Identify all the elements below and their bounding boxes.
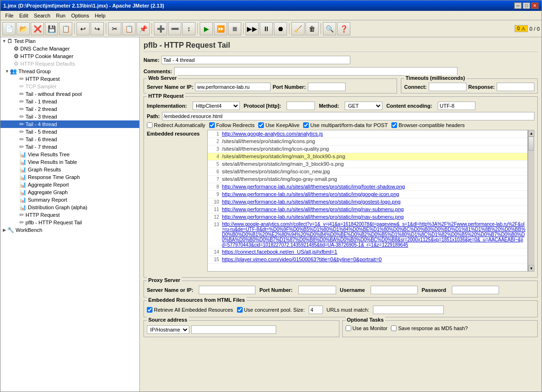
open-button[interactable]: 📂 (17, 22, 30, 35)
sidebar-item-tcp-sampler[interactable]: ✏ TCP Sampler (0, 83, 139, 90)
retrieve-embedded-checkbox[interactable] (147, 307, 152, 313)
encoding-input[interactable] (438, 102, 475, 110)
undo-button[interactable]: ↩ (76, 22, 90, 35)
copy-button[interactable]: 📋 (122, 22, 136, 35)
remote-stop-all-button[interactable]: ⏺ (274, 22, 287, 35)
redo-button[interactable]: ↪ (91, 22, 104, 35)
run-button[interactable]: ▶ (200, 22, 213, 35)
ip-hostname-select[interactable]: IP/Hostname (147, 325, 189, 334)
sidebar-item-graph-results[interactable]: 📊 Graph Results (0, 166, 139, 173)
remote-run-button[interactable]: ▶▶ (246, 22, 259, 35)
sidebar-item-distribution-graph[interactable]: 📊 Distribution Graph (alpha) (0, 204, 139, 211)
minimize-button[interactable]: ─ (514, 2, 522, 9)
sidebar-item-test-plan[interactable]: ▼ 🗒 Test Plan (0, 37, 139, 45)
sidebar-item-aggregate-report[interactable]: 📊 Aggregate Report (0, 181, 139, 188)
protocol-input[interactable] (287, 102, 315, 110)
scroll-thumb[interactable] (528, 136, 534, 151)
concurrent-size-input[interactable] (309, 306, 323, 314)
sidebar-item-http-request[interactable]: ✏ HTTP Request (0, 75, 139, 83)
help-btn[interactable]: ❓ (337, 22, 350, 35)
port-input[interactable] (308, 83, 346, 91)
main-panel: pflb - HTTP Request Tail Name: Comments:… (140, 37, 542, 392)
proxy-pass-input[interactable] (452, 286, 499, 294)
menu-file[interactable]: File (2, 12, 17, 19)
expander-workbench[interactable]: ▶ (1, 228, 7, 232)
path-input[interactable] (162, 112, 535, 120)
menu-search[interactable]: Search (31, 12, 53, 19)
proxy-user-input[interactable] (371, 286, 418, 294)
paste-button[interactable]: 📌 (136, 22, 150, 35)
sidebar-item-tail-without[interactable]: ✏ Tail - without thread pool (0, 90, 139, 98)
maximize-button[interactable]: □ (523, 2, 530, 9)
sidebar-item-tail-1[interactable]: ✏ Tail - 1 thread (0, 98, 139, 105)
sidebar-item-tail-6[interactable]: ✏ Tail - 6 thread (0, 136, 139, 143)
proxy-port-input[interactable] (298, 286, 336, 294)
expander-thread-group[interactable]: ▼ (4, 69, 10, 74)
sidebar-item-pflb-http-tail[interactable]: ✏ pflb - HTTP Request Tail (0, 219, 139, 226)
sidebar-item-summary-report[interactable]: 📊 Summary Report (0, 196, 139, 204)
encoding-label: Content encoding: (386, 103, 432, 109)
expander-test-plan[interactable]: ▼ (1, 39, 7, 43)
embed-scrollbar[interactable]: ▲ ▼ (528, 130, 534, 272)
sidebar-item-tail-7[interactable]: ✏ Tail - 7 thread (0, 143, 139, 151)
add-button[interactable]: ➕ (154, 22, 167, 35)
sidebar-item-http-cookie[interactable]: ⚙ HTTP Cookie Manager (0, 52, 139, 60)
sidebar-item-http-defaults[interactable]: ⚙ HTTP Request Defaults (0, 60, 139, 68)
sidebar-item-view-results-tree[interactable]: 📊 View Results Tree (0, 151, 139, 158)
sidebar-item-dns-cache[interactable]: ⚙ DNS Cache Manager (0, 45, 139, 52)
remote-stop-button[interactable]: ⏸ (260, 22, 273, 35)
expand-button[interactable]: ↕ (182, 22, 195, 35)
sidebar-item-view-results-table[interactable]: 📊 View Results in Table (0, 158, 139, 166)
menu-options[interactable]: Options (68, 12, 92, 19)
menu-edit[interactable]: Edit (17, 12, 31, 19)
browser-headers-checkbox[interactable] (391, 122, 397, 128)
comments-input[interactable] (174, 67, 457, 76)
redirect-auto-checkbox[interactable] (147, 122, 152, 128)
save-button[interactable]: 💾 (45, 22, 58, 35)
follow-redirects-checkbox[interactable] (209, 122, 215, 128)
sidebar-item-response-time-graph[interactable]: 📊 Response Time Graph (0, 173, 139, 181)
keepalive-checkbox[interactable] (258, 122, 264, 128)
connect-input[interactable] (429, 83, 466, 91)
sidebar-item-thread-group[interactable]: ▼ 👥 Thread Group (0, 68, 139, 75)
new-button[interactable]: 📄 (2, 22, 16, 35)
server-name-input[interactable] (195, 83, 271, 91)
cut-button[interactable]: ✂ (108, 22, 121, 35)
urls-match-label: URLs must match: (327, 307, 369, 313)
sidebar-item-tail-3[interactable]: ✏ Tail - 3 thread (0, 113, 139, 120)
monitor-checkbox[interactable] (346, 325, 351, 331)
menu-run[interactable]: Run (53, 12, 68, 19)
remove-button[interactable]: ➖ (168, 22, 181, 35)
embed-row-5: 5 sites/all/themes/pro/static/img/main_3… (208, 161, 527, 168)
clear-all-button[interactable]: 🗑 (305, 22, 319, 35)
urls-match-input[interactable] (373, 306, 444, 314)
scroll-track (528, 136, 534, 265)
menu-help[interactable]: Help (92, 12, 109, 19)
sidebar-item-aggregate-graph[interactable]: 📊 Aggregate Graph (0, 188, 139, 196)
sidebar-item-tail-5[interactable]: ✏ Tail - 5 thread (0, 128, 139, 136)
method-select[interactable]: GET POST PUT DELETE (345, 102, 382, 110)
concurrent-pool-checkbox[interactable] (237, 307, 243, 313)
sidebar-item-tail-4[interactable]: ✏ Tail - 4 thread (0, 120, 139, 128)
run-all-button[interactable]: ⏩ (214, 22, 227, 35)
multipart-checkbox[interactable] (303, 122, 309, 128)
proxy-server-input[interactable] (199, 286, 255, 294)
sidebar-item-http-request2[interactable]: ✏ HTTP Request (0, 211, 139, 219)
search-btn[interactable]: 🔍 (323, 22, 336, 35)
implementation-select[interactable]: HttpClient4 (193, 102, 240, 110)
scroll-up-btn[interactable]: ▲ (528, 130, 534, 136)
path-label: Path: (147, 113, 160, 119)
stop-button[interactable]: ⏹ (228, 22, 241, 35)
source-addr-input[interactable] (191, 325, 276, 334)
name-input[interactable] (161, 56, 350, 64)
close-button2[interactable]: ❌ (31, 22, 44, 35)
sidebar-item-workbench[interactable]: ▶ 🔧 WorkBench (0, 226, 139, 234)
close-button[interactable]: ✕ (531, 2, 539, 9)
embed-table[interactable]: 1 http://www.google-analytics.com/analyt… (207, 130, 528, 272)
sidebar-item-tail-2[interactable]: ✏ Tail - 2 thread (0, 105, 139, 113)
md5-checkbox[interactable] (391, 325, 397, 331)
response-input[interactable] (497, 83, 534, 91)
save-as-button[interactable]: 📋 (59, 22, 72, 35)
scroll-down-btn[interactable]: ▼ (528, 265, 534, 272)
clear-button[interactable]: 🧹 (291, 22, 305, 35)
